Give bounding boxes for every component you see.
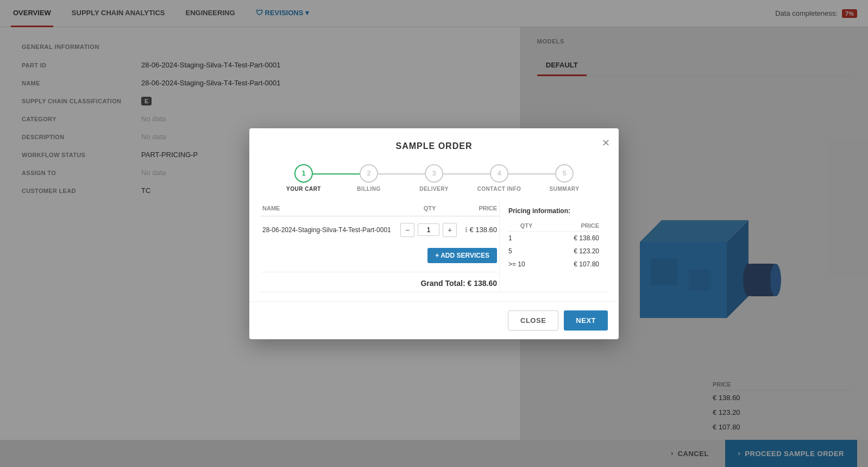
pricing-qty-2: 5 [508,245,544,258]
cart-item-price: € 138.60 [469,226,497,234]
modal-header: SAMPLE ORDER ✕ [249,128,619,151]
pricing-header-row: QTY PRICE [508,220,599,232]
step-circle-3: 3 [425,164,443,183]
step-label-3: DELIVERY [419,186,449,192]
step-circle-2: 2 [360,164,378,183]
step-circle-1: 1 [294,164,313,183]
add-services-button[interactable]: + ADD SERVICES [427,248,497,263]
qty-input[interactable] [418,223,439,236]
qty-control: − + [400,223,459,237]
close-button[interactable]: CLOSE [508,310,558,331]
qty-increase-button[interactable]: + [443,223,457,237]
order-stepper: 1 YOUR CART 2 BILLING 3 DELIVERY [249,151,619,201]
qty-decrease-button[interactable]: − [400,223,414,237]
pricing-table: QTY PRICE 1 € 138.60 5 € 123.20 [508,220,599,271]
step-4: 4 CONTACT INFO [467,164,532,192]
pricing-row-3: >= 10 € 107.80 [508,258,599,271]
step-circle-5: 5 [555,164,574,183]
pricing-qty-3: >= 10 [508,258,544,271]
pricing-price-3: € 107.80 [544,258,599,271]
step-5: 5 SUMMARY [532,164,597,192]
step-label-5: SUMMARY [550,186,580,192]
step-line-3 [434,173,499,175]
step-line-1 [304,173,369,175]
cart-qty-cell: − + [398,216,461,244]
step-line-4 [499,173,564,175]
pricing-info-section: Pricing information: QTY PRICE 1 € 138.6… [499,201,608,292]
add-services-row: + ADD SERVICES [260,244,499,267]
grand-total-value: € 138.60 [468,279,498,288]
pricing-row-2: 5 € 123.20 [508,245,599,258]
cart-item-row: 28-06-2024-Staging-Silva-T4-Test-Part-00… [260,216,499,244]
step-label-2: BILLING [357,186,381,192]
cart-item-name: 28-06-2024-Staging-Silva-T4-Test-Part-00… [260,216,398,244]
grand-total: Grand Total: € 138.60 [260,272,499,292]
modal-overlay: SAMPLE ORDER ✕ 1 YOUR CART 2 BILLING [0,0,868,467]
cart-item-price-cell: ℹ € 138.60 [461,216,499,244]
pricing-row-1: 1 € 138.60 [508,231,599,245]
step-label-4: CONTACT INFO [477,186,521,192]
modal-title: SAMPLE ORDER [396,141,473,151]
pricing-col-price: PRICE [544,220,599,232]
pricing-col-qty: QTY [508,220,544,232]
step-label-1: YOUR CART [286,186,321,192]
pricing-qty-1: 1 [508,231,544,245]
cart-section: NAME QTY PRICE 28-06-2024-Staging-Silva-… [260,201,499,292]
sample-order-modal: SAMPLE ORDER ✕ 1 YOUR CART 2 BILLING [249,128,619,339]
modal-body: NAME QTY PRICE 28-06-2024-Staging-Silva-… [249,201,619,301]
cart-col-name: NAME [260,201,398,216]
pricing-price-2: € 123.20 [544,245,599,258]
step-2: 2 BILLING [336,164,401,192]
cart-col-price: PRICE [461,201,499,216]
step-line-2 [369,173,434,175]
pricing-info-title: Pricing information: [508,207,599,215]
step-1: 1 YOUR CART [271,164,336,192]
next-button[interactable]: NEXT [564,310,608,331]
step-circle-4: 4 [490,164,508,183]
cart-table: NAME QTY PRICE 28-06-2024-Staging-Silva-… [260,201,499,244]
cart-header-row: NAME QTY PRICE [260,201,499,216]
modal-content-row: NAME QTY PRICE 28-06-2024-Staging-Silva-… [260,201,608,292]
grand-total-label: Grand Total: [420,279,465,288]
modal-close-icon[interactable]: ✕ [602,137,610,149]
modal-footer: CLOSE NEXT [249,301,619,339]
info-icon: ℹ [465,226,468,234]
cart-col-qty: QTY [398,201,461,216]
pricing-price-1: € 138.60 [544,231,599,245]
step-3: 3 DELIVERY [401,164,467,192]
